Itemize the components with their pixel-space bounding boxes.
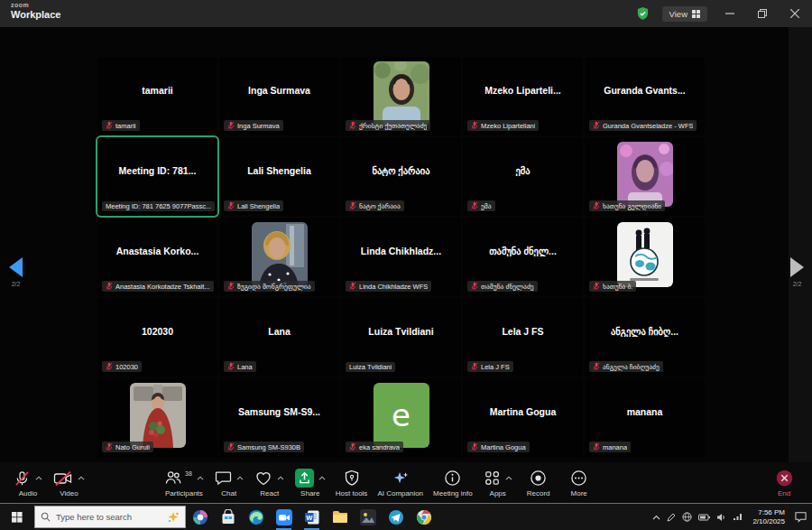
word-icon[interactable]: W [298,504,326,530]
close-button[interactable] [785,5,805,22]
host-tools-button[interactable]: Host tools [336,469,368,497]
muted-mic-icon [349,201,356,210]
participant-label: eka sandrava [346,442,403,452]
telegram-icon[interactable] [382,504,410,530]
store-icon[interactable] [214,504,242,530]
photo-woman-pink-avatar [617,142,673,207]
next-page-arrow[interactable]: 2/2 [790,257,804,287]
participant-tile[interactable]: Mzeko Liparteli...Mzeko Liparteliani [463,57,583,135]
end-button[interactable]: End [769,469,799,497]
react-button[interactable]: React [254,469,285,497]
participant-tile[interactable]: Martina GoguaMartina Gogua [463,378,583,457]
participant-label: თამუნა ძნელაძე [467,281,538,292]
toolbar-item-label: React [260,489,279,497]
participant-tile[interactable]: Luiza TvildianiLuiza Tvildiani [341,298,461,377]
participant-tile[interactable]: Samsung SM-S9...Samsung SM-S930B [219,378,339,457]
participant-tile[interactable]: eeka sandrava [341,378,461,457]
chevron-up-icon[interactable] [505,476,512,480]
photos-icon[interactable] [354,504,382,530]
meeting-info-button[interactable]: Meeting info [433,469,473,497]
apps-button[interactable]: Apps [483,469,513,497]
tray-icons-row [652,512,743,522]
share-button[interactable]: Share [295,469,326,497]
participant-tile[interactable]: თამუნა ძნელ...თამუნა ძნელაძე [463,218,583,296]
chevron-up-icon[interactable] [78,476,85,480]
participant-display-name: Guranda Gvants... [585,85,705,96]
toolbar-item-label: Video [60,489,78,497]
edge-icon[interactable] [242,504,270,530]
participant-tile[interactable]: ემაემა [463,137,583,216]
participant-tile[interactable]: ანგელა ჩიბღ...ანგელა ჩიბღუაძე [585,298,705,377]
chevron-up-icon[interactable] [35,476,42,480]
network-icon[interactable] [733,513,743,521]
participant-tile[interactable]: ზუგიდა მონგრეფულია [219,218,339,296]
participant-tile[interactable]: ნატო ქარაიანატო ქარაია [341,137,461,216]
start-button[interactable] [0,504,34,530]
participant-tile[interactable]: Linda Chikhladz...Linda Chikhladze WFS [341,218,461,296]
search-placeholder: Type here to search [56,512,161,522]
participant-tile[interactable]: tamariitamarii [97,57,217,135]
toolbar-item-label: Audio [19,489,37,497]
participant-tile[interactable]: Inga SurmavaInga Surmava [219,57,339,135]
zoom-app-icon[interactable] [270,504,298,530]
explorer-icon[interactable] [326,504,354,530]
taskbar-clock[interactable]: 7:56 PM 2/10/2025 [749,508,789,526]
record-button[interactable]: Record [523,469,554,497]
participant-label: ხათუნა ბ. [589,281,636,292]
ai-companion-button[interactable]: AI Companion [377,469,423,497]
brand-line-1: zoom [11,2,60,8]
participant-tile[interactable]: Lela J FSLela J FS [463,298,583,377]
participant-tile[interactable]: LanaLana [219,298,339,377]
muted-mic-icon [471,121,478,130]
participant-label-text: Guranda Gvantseladze - WFS [603,122,693,130]
muted-mic-icon [593,201,600,210]
participant-tile[interactable]: 102030102030 [97,298,217,377]
participant-label-text: Linda Chikhladze WFS [359,283,428,291]
participant-label-text: თამუნა ძნელაძე [481,283,534,291]
chevron-up-icon[interactable] [236,476,244,480]
pen-icon[interactable] [667,513,676,522]
participant-tile[interactable]: Nato Guruli [97,378,217,457]
participant-label-text: Lela J FS [481,363,510,371]
running-indicator [276,528,291,530]
participant-tile[interactable]: Lali ShengeliaLali Shengelia [219,137,339,216]
chat-button[interactable]: Chat [214,469,245,497]
toolbar-item-label: Chat [221,489,236,497]
chevron-up-icon[interactable] [277,476,284,480]
volume-icon[interactable] [716,513,726,522]
participant-tile[interactable]: mananamanana [585,378,705,457]
globe-icon[interactable] [682,512,692,522]
copilot-sparkle-icon [167,511,180,524]
battery-icon[interactable] [698,514,710,521]
participants-button[interactable]: 38Participants [164,469,204,497]
maximize-button[interactable] [752,5,772,22]
search-input[interactable]: Type here to search [34,506,186,528]
participant-tile[interactable]: Meeting ID: 781...Meeting ID: 781 7625 9… [97,137,217,216]
copilot-icon[interactable] [186,504,214,530]
audio-button[interactable]: Audio [13,469,43,497]
video-button[interactable]: Video [53,469,85,497]
chevron-up-icon[interactable] [197,476,204,480]
participant-label: ემა [467,200,495,211]
notification-center-icon[interactable] [795,511,807,523]
participant-display-name: Lela J FS [463,326,583,337]
minimize-button[interactable] [720,5,740,22]
participant-label: tamarii [102,120,140,131]
participant-tile[interactable]: Guranda Gvants...Guranda Gvantseladze - … [585,57,705,135]
participant-tile[interactable]: ხათუნა გელდიანი [585,137,705,216]
chevron-up-icon[interactable] [318,476,326,480]
participant-tile[interactable]: ქრისტი ქუთათელაძე [341,57,461,135]
meeting-toolbar: AudioVideo38ParticipantsChatReactShareHo… [0,462,812,503]
right-edge-strip [789,27,812,462]
participant-label: ზუგიდა მონგრეფულია [224,281,315,292]
security-shield-icon[interactable] [636,6,650,21]
participant-tile[interactable]: Anastasia Korko...Anastasia Korkotadze T… [97,218,217,296]
chrome-icon[interactable] [410,504,438,530]
page-indicator: 2/2 [9,281,23,287]
previous-page-arrow[interactable]: 2/2 [9,257,23,287]
muted-mic-icon [227,201,235,210]
more-button[interactable]: More [564,469,595,497]
view-button[interactable]: View [662,6,707,22]
chevron-up-icon[interactable] [652,515,660,520]
participant-tile[interactable]: ხათუნა ბ. [585,218,705,296]
